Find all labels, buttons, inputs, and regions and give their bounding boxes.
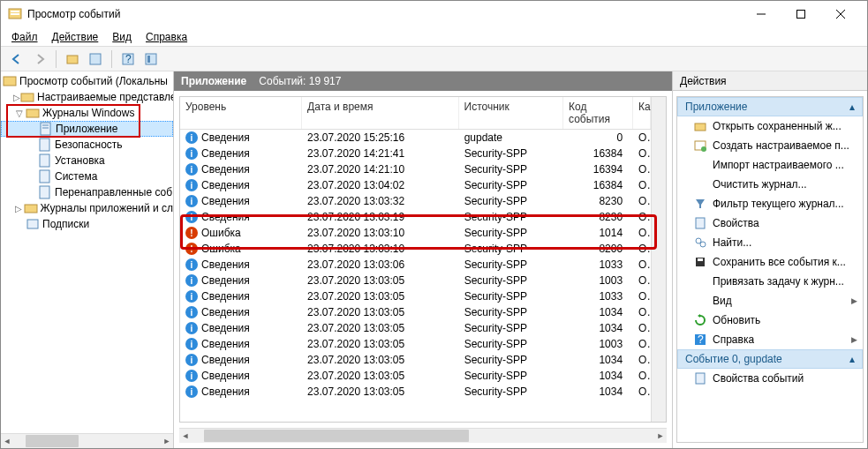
scroll-left-icon[interactable]: ◄ <box>1 435 13 447</box>
table-row[interactable]: iСведения23.07.2020 14:21:41Security-SPP… <box>180 146 651 161</box>
col-category[interactable]: Ка <box>633 97 651 129</box>
expand-icon[interactable]: ▷ <box>13 204 24 213</box>
action-view[interactable]: Вид▶ <box>677 291 863 311</box>
menu-file[interactable]: Файл <box>6 29 43 45</box>
col-code[interactable]: Код события <box>563 97 633 129</box>
find-icon <box>693 236 707 250</box>
table-row[interactable]: iСведения23.07.2020 13:03:05Security-SPP… <box>180 273 651 288</box>
cell-category: О <box>633 370 651 382</box>
col-source[interactable]: Источник <box>459 97 563 129</box>
tree-scrollbar-h[interactable]: ◄ ► <box>1 433 173 448</box>
tree-security[interactable]: Безопасность <box>1 137 173 153</box>
action-attach-task[interactable]: Привязать задачу к журн... <box>677 272 863 291</box>
action-clear-log[interactable]: Очистить журнал... <box>677 175 863 194</box>
cell-level: iСведения <box>180 274 302 288</box>
cell-level: iСведения <box>180 179 302 192</box>
table-row[interactable]: iСведения23.07.2020 13:03:05Security-SPP… <box>180 320 651 336</box>
cell-source: Security-SPP <box>459 322 563 334</box>
action-create-custom[interactable]: Создать настраиваемое п... <box>677 136 863 155</box>
cell-category: О <box>633 243 651 255</box>
action-event-properties[interactable]: Свойства событий <box>677 369 863 388</box>
back-button[interactable] <box>6 49 27 70</box>
cell-category: О <box>633 258 651 271</box>
refresh-icon <box>693 313 707 327</box>
scroll-left-icon[interactable]: ◄ <box>179 430 192 442</box>
cell-level: iСведения <box>180 385 302 399</box>
actions-panel: Действия Приложение ▴ Открыть сохраненны… <box>673 71 867 448</box>
table-row[interactable]: !Ошибка23.07.2020 13:03:10Security-SPP10… <box>180 225 651 241</box>
cell-category: О <box>633 195 651 207</box>
table-row[interactable]: iСведения23.07.2020 13:03:19Security-SPP… <box>180 209 651 225</box>
table-row[interactable]: iСведения23.07.2020 15:25:16gupdate0О <box>180 130 651 146</box>
action-filter[interactable]: Фильтр текущего журнал... <box>677 194 863 213</box>
tree-setup[interactable]: Установка <box>1 153 173 168</box>
maximize-button[interactable] <box>781 2 820 26</box>
scroll-right-icon[interactable]: ► <box>161 435 173 447</box>
table-row[interactable]: iСведения23.07.2020 13:03:05Security-SPP… <box>180 288 651 304</box>
help-button[interactable]: ? <box>117 49 139 70</box>
main-scrollbar-h[interactable]: ◄ ► <box>179 428 667 443</box>
table-row[interactable]: iСведения23.07.2020 13:03:05Security-SPP… <box>180 304 651 320</box>
action-find[interactable]: Найти... <box>677 233 863 252</box>
cell-code: 1034 <box>563 385 633 398</box>
scroll-right-icon[interactable]: ► <box>654 430 667 442</box>
action-help[interactable]: ?Справка▶ <box>677 330 863 349</box>
table-row[interactable]: iСведения23.07.2020 14:21:10Security-SPP… <box>180 161 651 177</box>
minimize-button[interactable] <box>741 2 781 26</box>
action-open-saved[interactable]: Открыть сохраненный ж... <box>677 116 863 136</box>
cell-source: Security-SPP <box>459 147 563 160</box>
expand-icon[interactable]: ▷ <box>13 93 20 102</box>
cell-category: О <box>633 322 651 334</box>
menu-view[interactable]: Вид <box>107 29 137 45</box>
action-save-all[interactable]: Сохранить все события к... <box>677 252 863 272</box>
cell-category: О <box>633 306 651 318</box>
table-row[interactable]: iСведения23.07.2020 13:03:05Security-SPP… <box>180 384 651 400</box>
menu-action[interactable]: Действие <box>47 29 104 45</box>
info-icon: i <box>185 290 198 303</box>
show-tree-button[interactable] <box>62 49 83 70</box>
tree-custom-views[interactable]: ▷ Настраиваемые представле <box>1 89 173 105</box>
cell-level: iСведения <box>180 163 302 176</box>
col-date[interactable]: Дата и время <box>302 97 459 129</box>
scroll-thumb[interactable] <box>204 430 469 442</box>
table-row[interactable]: iСведения23.07.2020 13:03:05Security-SPP… <box>180 352 651 368</box>
table-row[interactable]: iСведения23.07.2020 13:03:05Security-SPP… <box>180 336 651 352</box>
properties-button[interactable] <box>85 49 106 70</box>
actions-section-event[interactable]: Событие 0, gupdate ▴ <box>677 349 863 369</box>
toolbar-separator <box>56 50 57 68</box>
col-level[interactable]: Уровень <box>180 97 302 129</box>
close-button[interactable] <box>820 2 860 26</box>
extra-button[interactable] <box>140 49 162 70</box>
tree[interactable]: Просмотр событий (Локальны ▷ Настраиваем… <box>1 71 173 433</box>
tree-subscriptions[interactable]: Подписки <box>1 216 173 232</box>
cell-source: Security-SPP <box>459 370 563 382</box>
action-properties[interactable]: Свойства <box>677 213 863 233</box>
actions-title: Действия <box>673 71 867 91</box>
forward-button[interactable] <box>29 49 50 70</box>
cell-code: 16384 <box>563 147 633 160</box>
tree-system[interactable]: Система <box>1 168 173 184</box>
tree-application[interactable]: Приложение <box>1 121 173 137</box>
table-row[interactable]: iСведения23.07.2020 13:03:32Security-SPP… <box>180 193 651 209</box>
tree-windows-logs[interactable]: ▽ Журналы Windows <box>1 105 173 121</box>
table-row[interactable]: iСведения23.07.2020 13:03:06Security-SPP… <box>180 257 651 273</box>
collapse-icon[interactable]: ▽ <box>13 109 26 118</box>
table-row[interactable]: !Ошибка23.07.2020 13:03:10Security-SPP82… <box>180 241 651 257</box>
tree-root[interactable]: Просмотр событий (Локальны <box>1 73 173 89</box>
scroll-thumb[interactable] <box>26 435 79 447</box>
cell-date: 23.07.2020 14:21:10 <box>302 163 459 176</box>
filter-icon <box>693 197 707 211</box>
tree-app-logs[interactable]: ▷ Журналы приложений и сл <box>1 200 173 216</box>
table-scrollbar-v[interactable] <box>651 97 666 422</box>
info-icon: i <box>185 322 198 334</box>
actions-section-app[interactable]: Приложение ▴ <box>677 97 863 116</box>
action-refresh[interactable]: Обновить <box>677 311 863 330</box>
tree-forwarded[interactable]: Перенаправленные соб <box>1 184 173 200</box>
svg-rect-14 <box>21 94 34 101</box>
table-row[interactable]: iСведения23.07.2020 13:04:02Security-SPP… <box>180 177 651 193</box>
table-row[interactable]: iСведения23.07.2020 13:03:05Security-SPP… <box>180 368 651 384</box>
cell-category: О <box>633 163 651 176</box>
action-import-custom[interactable]: Импорт настраиваемого ... <box>677 155 863 175</box>
menu-help[interactable]: Справка <box>140 29 192 45</box>
svg-rect-2 <box>11 13 19 15</box>
